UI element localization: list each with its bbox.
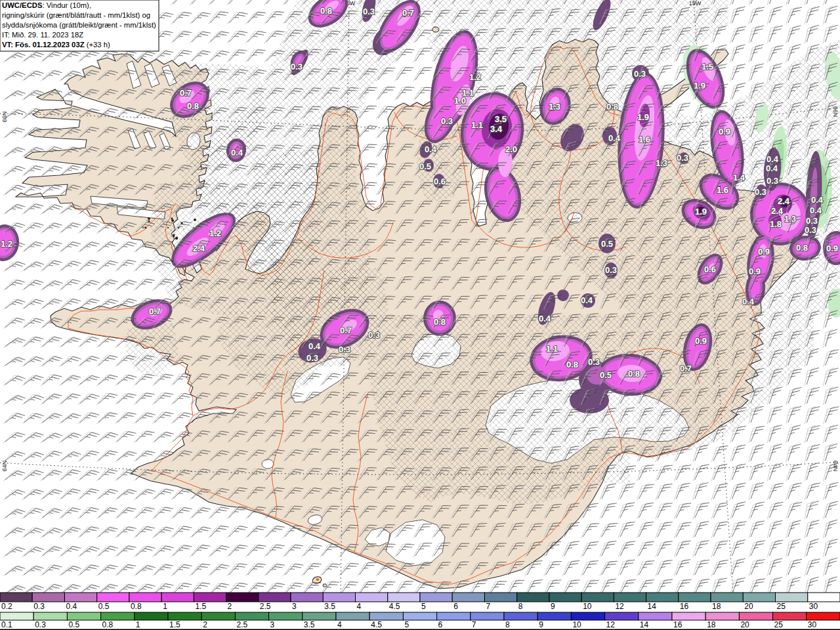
svg-text:0.2: 0.2	[1, 602, 12, 611]
svg-text:0.3: 0.3	[291, 62, 303, 72]
svg-text:0.4: 0.4	[810, 205, 822, 215]
svg-text:0.8: 0.8	[434, 317, 446, 327]
svg-text:14: 14	[640, 620, 649, 629]
svg-text:1.8: 1.8	[770, 219, 782, 229]
svg-text:1.2: 1.2	[469, 72, 481, 82]
svg-text:12: 12	[606, 620, 616, 629]
svg-text:1.3: 1.3	[656, 158, 667, 168]
svg-text:0.3: 0.3	[339, 345, 350, 354]
svg-text:1.0: 1.0	[454, 96, 466, 106]
svg-text:0.7: 0.7	[680, 364, 692, 373]
svg-text:4: 4	[337, 620, 342, 629]
svg-text:0.3: 0.3	[806, 216, 818, 226]
svg-text:0.8: 0.8	[606, 102, 618, 112]
svg-text:1.9: 1.9	[695, 207, 707, 217]
svg-text:0.9: 0.9	[749, 266, 761, 276]
svg-text:1.3: 1.3	[784, 214, 796, 224]
svg-text:2.5: 2.5	[260, 602, 271, 611]
svg-text:30: 30	[809, 602, 818, 611]
svg-text:0.3: 0.3	[634, 69, 646, 79]
svg-text:18: 18	[707, 620, 716, 629]
svg-text:1.3: 1.3	[549, 102, 560, 112]
svg-text:0.5: 0.5	[68, 620, 79, 629]
svg-text:30: 30	[808, 620, 817, 629]
svg-text:0.8: 0.8	[102, 620, 114, 629]
svg-text:2.5: 2.5	[236, 620, 247, 629]
svg-text:1.9: 1.9	[637, 112, 649, 122]
svg-text:5: 5	[404, 620, 409, 629]
svg-text:0.4: 0.4	[231, 148, 243, 158]
svg-text:3.5: 3.5	[495, 114, 507, 124]
svg-text:1.5: 1.5	[702, 62, 713, 72]
svg-text:0.3: 0.3	[363, 7, 375, 16]
svg-text:1.6: 1.6	[639, 135, 650, 144]
svg-text:6: 6	[438, 620, 443, 629]
svg-text:0.6: 0.6	[704, 264, 716, 274]
svg-text:0.4: 0.4	[766, 154, 779, 164]
svg-text:0.4: 0.4	[766, 163, 778, 173]
svg-text:1.1: 1.1	[546, 344, 558, 354]
svg-text:0.3: 0.3	[677, 153, 688, 163]
svg-text:0.8: 0.8	[566, 360, 578, 369]
svg-text:0.1: 0.1	[1, 620, 12, 629]
svg-text:18: 18	[712, 602, 721, 611]
svg-text:7: 7	[472, 620, 476, 629]
svg-text:0.8: 0.8	[131, 602, 142, 611]
svg-text:3: 3	[270, 620, 275, 629]
svg-text:0.3: 0.3	[766, 176, 778, 186]
svg-text:0.6: 0.6	[434, 177, 446, 186]
svg-text:3.4: 3.4	[490, 124, 503, 134]
svg-text:2: 2	[228, 602, 232, 611]
svg-text:16: 16	[673, 620, 682, 629]
svg-text:0.4: 0.4	[581, 295, 593, 305]
svg-text:0.4: 0.4	[66, 602, 77, 611]
svg-text:4: 4	[357, 602, 362, 611]
svg-text:2: 2	[203, 620, 207, 629]
svg-text:0.5: 0.5	[601, 239, 613, 249]
svg-text:IT: Mið. 29. 11. 2023 18Z: IT: Mið. 29. 11. 2023 18Z	[2, 31, 83, 39]
svg-text:0.7: 0.7	[402, 8, 414, 18]
svg-text:9: 9	[539, 620, 543, 629]
svg-text:0.9: 0.9	[758, 247, 770, 257]
svg-text:25: 25	[774, 620, 784, 629]
svg-text:0.7: 0.7	[180, 88, 192, 98]
svg-text:1: 1	[136, 620, 140, 629]
svg-text:0.8: 0.8	[796, 243, 808, 253]
svg-text:0.4: 0.4	[308, 341, 321, 351]
svg-text:1.9: 1.9	[694, 81, 705, 91]
svg-text:3: 3	[292, 602, 297, 611]
svg-text:1.6: 1.6	[717, 185, 728, 195]
svg-text:0.3: 0.3	[755, 187, 766, 197]
svg-text:8: 8	[518, 602, 523, 611]
svg-text:2.4: 2.4	[193, 243, 205, 253]
svg-text:1.2: 1.2	[209, 228, 221, 238]
svg-text:0.4: 0.4	[608, 133, 621, 143]
svg-text:0.4: 0.4	[742, 297, 755, 306]
svg-text:0.3: 0.3	[588, 357, 600, 367]
svg-text:VT: Fös. 01.12.2023 03Z (+33 h: VT: Fös. 01.12.2023 03Z (+33 h)	[2, 41, 110, 49]
svg-text:1.1: 1.1	[471, 120, 483, 130]
svg-text:5: 5	[421, 602, 426, 611]
svg-text:UWC/ECDS: Vindur (10m),: UWC/ECDS: Vindur (10m),	[2, 1, 91, 9]
svg-text:0.8: 0.8	[187, 101, 199, 111]
svg-text:0.4: 0.4	[811, 195, 824, 205]
svg-text:0.9: 0.9	[719, 127, 730, 136]
svg-text:0.5: 0.5	[98, 602, 110, 611]
svg-text:64N: 64N	[1, 461, 8, 472]
svg-text:0.3: 0.3	[441, 116, 453, 126]
svg-text:1.5: 1.5	[169, 620, 180, 629]
svg-text:1.5: 1.5	[195, 602, 206, 611]
svg-text:0.3: 0.3	[33, 602, 45, 611]
svg-text:0.7: 0.7	[149, 306, 161, 316]
svg-text:16: 16	[680, 602, 689, 611]
svg-text:0.8: 0.8	[628, 369, 640, 379]
svg-text:20: 20	[744, 602, 753, 611]
svg-text:3.5: 3.5	[324, 602, 335, 611]
svg-text:1.2: 1.2	[1, 239, 12, 249]
svg-text:20: 20	[740, 620, 749, 629]
svg-text:0.5: 0.5	[600, 370, 612, 380]
svg-text:0.8: 0.8	[320, 6, 332, 16]
svg-text:64N: 64N	[832, 461, 839, 472]
svg-text:rigning/skúrir (grænt/blátt/ra: rigning/skúrir (grænt/blátt/rautt - mm/1…	[2, 11, 150, 19]
svg-text:2.4: 2.4	[778, 196, 790, 206]
